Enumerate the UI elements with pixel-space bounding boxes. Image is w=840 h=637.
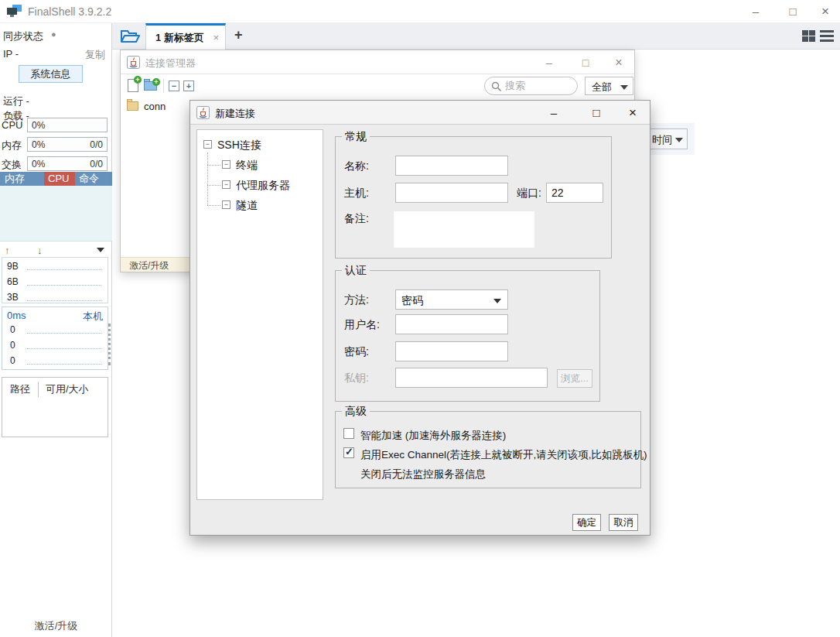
ping-tick: 0 xyxy=(10,340,15,351)
collapse-box-icon[interactable]: − xyxy=(203,140,212,149)
system-info-button[interactable]: 系统信息 xyxy=(19,65,83,83)
dialog-titlebar[interactable]: 新建连接 – □ × xyxy=(190,101,650,125)
username-input[interactable] xyxy=(395,314,508,334)
search-icon xyxy=(491,81,502,92)
cpu-stat-row: CPU 0% xyxy=(0,118,112,133)
swap-stat-extra: 0/0 xyxy=(90,159,103,170)
cm-minimize-button[interactable]: – xyxy=(541,54,558,71)
app-title: FinalShell 3.9.2.2 xyxy=(28,5,111,18)
port-input[interactable] xyxy=(546,183,603,203)
net-tick: 9B xyxy=(7,261,19,272)
notes-textarea[interactable] xyxy=(394,211,534,248)
plus-badge-icon: + xyxy=(152,78,160,86)
monitor-tabs: 内存 CPU 命令 xyxy=(0,172,112,186)
ping-host-label[interactable]: 本机 xyxy=(83,310,103,324)
monitor-chart-panel xyxy=(0,186,112,241)
browse-button[interactable]: 浏览... xyxy=(557,369,592,388)
activate-upgrade-link[interactable]: 激活/升级 xyxy=(0,619,112,633)
collapse-all-icon[interactable]: − xyxy=(169,80,179,91)
connection-manager-title: 连接管理器 xyxy=(145,57,196,70)
cpu-stat-bar: 0% xyxy=(27,118,108,132)
sidebar-resize-handle[interactable] xyxy=(108,324,111,365)
new-folder-icon[interactable]: + xyxy=(144,81,157,91)
java-app-icon xyxy=(196,106,210,119)
dialog-title: 新建连接 xyxy=(215,107,255,121)
username-label: 用户名: xyxy=(344,318,380,332)
auth-group: 认证 方法: 密码 用户名: 密码: 私钥: 浏览... xyxy=(335,270,600,402)
swap-stat-bar: 0% 0/0 xyxy=(27,156,108,171)
check-icon: ✓ xyxy=(345,446,353,457)
password-input[interactable] xyxy=(395,341,508,361)
cm-activate-upgrade-link[interactable]: 激活/升级 xyxy=(129,259,169,272)
ping-tick: 0 xyxy=(10,355,15,366)
time-dropdown[interactable]: 时间 xyxy=(647,128,688,149)
run-label: 运行 - xyxy=(3,94,29,108)
tree-connector xyxy=(207,152,208,205)
java-app-icon xyxy=(127,56,140,69)
app-titlebar: FinalShell 3.9.2.2 – □ × xyxy=(0,0,840,23)
tab-cpu[interactable]: CPU xyxy=(44,172,75,186)
filter-dropdown[interactable]: 全部 xyxy=(585,77,633,95)
window-maximize-button[interactable]: □ xyxy=(783,3,803,20)
notes-label: 备注: xyxy=(344,212,369,226)
tab-command[interactable]: 命令 xyxy=(75,172,112,186)
column-divider[interactable] xyxy=(38,382,39,397)
search-input[interactable] xyxy=(505,80,573,91)
dialog-close-button[interactable]: × xyxy=(623,104,642,122)
window-minimize-button[interactable]: – xyxy=(746,3,766,20)
plus-badge-icon: + xyxy=(134,76,142,84)
tile-layout-icon[interactable] xyxy=(802,30,815,42)
tab-bar: 1 新标签页 × + xyxy=(112,23,840,50)
name-input[interactable] xyxy=(395,156,508,176)
swap-stat-label: 交换 xyxy=(2,158,22,172)
tab-label: 1 新标签页 xyxy=(155,31,204,45)
chevron-down-icon xyxy=(675,138,683,142)
filter-dropdown-label: 全部 xyxy=(592,80,612,94)
host-input[interactable] xyxy=(395,183,508,203)
smart-accel-checkbox[interactable] xyxy=(343,428,354,439)
method-dropdown[interactable]: 密码 xyxy=(395,289,508,310)
private-key-input[interactable] xyxy=(395,368,548,388)
cm-close-button[interactable]: × xyxy=(610,54,627,71)
tree-connector xyxy=(207,185,220,186)
password-label: 密码: xyxy=(344,345,369,359)
tree-item-label: conn xyxy=(144,101,166,112)
dialog-maximize-button[interactable]: □ xyxy=(587,104,606,122)
tree-node-label: 终端 xyxy=(236,159,258,173)
private-key-label: 私钥: xyxy=(344,372,369,385)
ip-label: IP - xyxy=(3,48,19,60)
tab-new-tab[interactable]: 1 新标签页 × xyxy=(145,23,226,50)
exec-channel-checkbox[interactable]: ✓ xyxy=(343,447,354,458)
dialog-minimize-button[interactable]: – xyxy=(545,104,563,122)
collapse-box-icon[interactable]: − xyxy=(222,180,230,189)
search-box[interactable] xyxy=(484,77,578,95)
download-arrow-icon: ↓ xyxy=(37,245,43,256)
cancel-button[interactable]: 取消 xyxy=(609,514,638,531)
time-dropdown-label: 时间 xyxy=(652,133,672,147)
swap-stat-value: 0% xyxy=(32,159,45,170)
connection-manager-titlebar[interactable]: 连接管理器 – □ × xyxy=(121,50,634,74)
cpu-stat-label: CPU xyxy=(2,119,22,131)
tab-memory[interactable]: 内存 xyxy=(0,172,44,186)
expand-all-icon[interactable]: + xyxy=(183,80,194,91)
ok-button[interactable]: 确定 xyxy=(572,514,601,531)
ping-graph: 0ms 本机 0 0 0 xyxy=(2,307,108,370)
auth-legend: 认证 xyxy=(342,264,370,278)
tab-close-icon[interactable]: × xyxy=(213,32,219,43)
chevron-down-icon xyxy=(620,85,628,90)
collapse-box-icon[interactable]: − xyxy=(222,200,230,209)
general-legend: 常规 xyxy=(342,130,370,144)
chevron-down-icon xyxy=(493,299,501,303)
cm-maximize-button[interactable]: □ xyxy=(577,54,594,71)
menu-list-icon[interactable] xyxy=(820,30,834,42)
memory-stat-extra: 0/0 xyxy=(90,139,103,150)
open-folder-icon[interactable] xyxy=(120,29,140,44)
memory-stat-bar: 0% 0/0 xyxy=(27,137,108,152)
collapse-box-icon[interactable]: − xyxy=(222,160,230,169)
window-close-button[interactable]: × xyxy=(815,3,835,20)
copy-link[interactable]: 复制 xyxy=(85,48,105,62)
chevron-down-icon[interactable] xyxy=(97,248,104,252)
exec-channel-note: 关闭后无法监控服务器信息 xyxy=(360,467,486,481)
add-tab-button[interactable]: + xyxy=(234,27,243,43)
new-connection-icon[interactable]: + xyxy=(128,79,138,92)
